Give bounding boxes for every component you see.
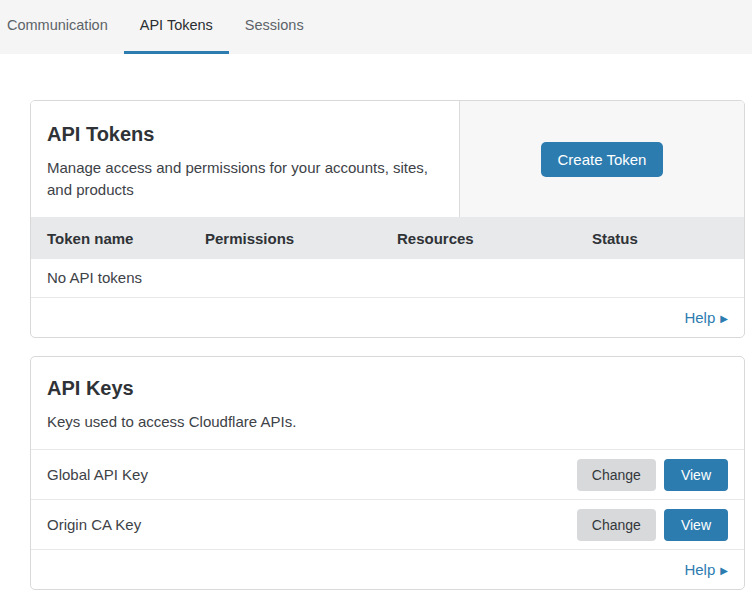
api-keys-description: Keys used to access Cloudflare APIs.	[47, 411, 449, 433]
origin-ca-key-view-button[interactable]: View	[664, 509, 728, 541]
api-tokens-card-header: API Tokens Manage access and permissions…	[31, 101, 744, 217]
tab-sessions[interactable]: Sessions	[229, 0, 320, 54]
api-tokens-card-header-text: API Tokens Manage access and permissions…	[31, 101, 459, 217]
api-keys-card: API Keys Keys used to access Cloudflare …	[30, 356, 745, 590]
help-arrow-icon: ▶	[720, 313, 728, 324]
create-token-button[interactable]: Create Token	[541, 142, 664, 177]
api-tokens-card-action-panel: Create Token	[459, 101, 744, 217]
column-resources: Resources	[397, 230, 592, 247]
api-keys-help-link[interactable]: Help▶	[684, 561, 728, 578]
page-content: API Tokens Manage access and permissions…	[30, 100, 745, 590]
api-tokens-title: API Tokens	[47, 123, 443, 146]
api-tokens-card: API Tokens Manage access and permissions…	[30, 100, 745, 338]
global-api-key-label: Global API Key	[47, 466, 577, 483]
origin-ca-key-change-button[interactable]: Change	[577, 509, 656, 541]
api-keys-card-footer: Help▶	[31, 550, 744, 589]
token-table-header: Token name Permissions Resources Status	[31, 217, 744, 259]
settings-tab-bar: Communication API Tokens Sessions	[0, 0, 752, 54]
api-tokens-description: Manage access and permissions for your a…	[47, 157, 443, 201]
help-link-label: Help	[684, 309, 715, 326]
help-arrow-icon: ▶	[720, 565, 728, 576]
api-keys-card-header: API Keys Keys used to access Cloudflare …	[31, 357, 744, 450]
tab-communication[interactable]: Communication	[0, 0, 124, 54]
global-api-key-view-button[interactable]: View	[664, 459, 728, 491]
help-link-label: Help	[684, 561, 715, 578]
column-status: Status	[592, 230, 744, 247]
token-table-empty-row: No API tokens	[31, 259, 744, 298]
origin-ca-key-row: Origin CA Key Change View	[31, 500, 744, 550]
origin-ca-key-label: Origin CA Key	[47, 516, 577, 533]
column-token-name: Token name	[47, 230, 205, 247]
tab-api-tokens[interactable]: API Tokens	[124, 0, 229, 54]
column-permissions: Permissions	[205, 230, 397, 247]
api-tokens-card-footer: Help▶	[31, 298, 744, 337]
global-api-key-change-button[interactable]: Change	[577, 459, 656, 491]
global-api-key-row: Global API Key Change View	[31, 450, 744, 500]
api-tokens-help-link[interactable]: Help▶	[684, 309, 728, 326]
api-keys-title: API Keys	[47, 377, 728, 400]
